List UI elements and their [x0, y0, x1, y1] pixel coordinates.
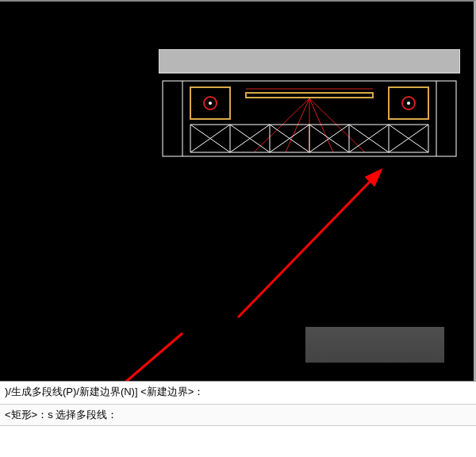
- svg-point-10: [407, 102, 410, 105]
- overlay-thumbnail: [305, 327, 444, 363]
- command-panel: )/生成多段线(P)/新建边界(N)] <新建边界>： <矩形>：s 选择多段线…: [0, 381, 476, 457]
- cad-drawing-content: [159, 49, 460, 176]
- svg-rect-11: [246, 93, 373, 98]
- command-blank-area: [0, 426, 476, 457]
- command-history-line: )/生成多段线(P)/新建边界(N)] <新建边界>：: [0, 382, 476, 402]
- cad-drawing-viewport[interactable]: [0, 0, 476, 381]
- svg-point-8: [209, 102, 212, 105]
- command-input-line[interactable]: <矩形>：s 选择多段线：: [0, 404, 476, 426]
- svg-rect-0: [159, 49, 460, 73]
